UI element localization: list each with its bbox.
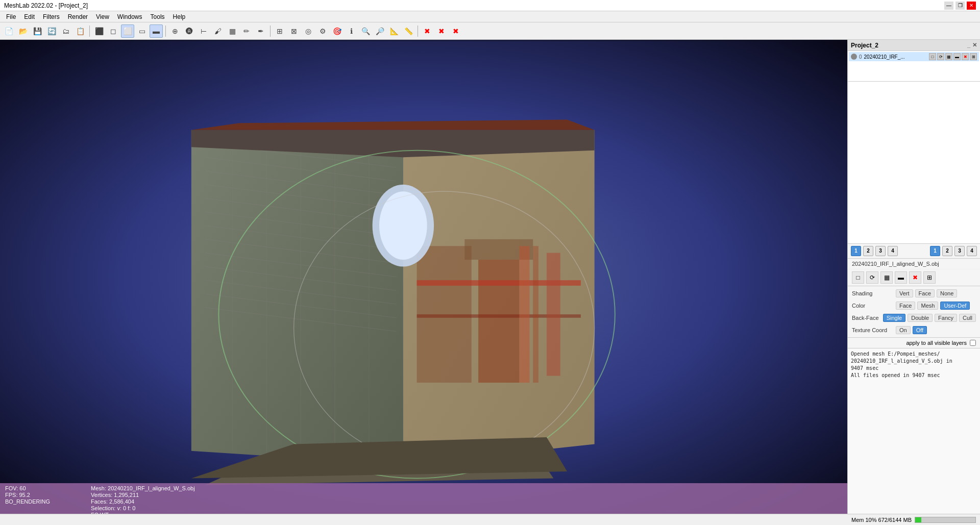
toolbar-new[interactable]: 📄 <box>2 24 15 38</box>
log-line-4: All files opened in 9407 msec <box>851 372 977 379</box>
toolbar-btn-b[interactable]: ⚙ <box>316 24 329 38</box>
panel-close-btn[interactable]: ✕ <box>972 42 977 48</box>
backface-single[interactable]: Single <box>883 314 906 322</box>
tab-3-btn[interactable]: 3 <box>875 246 886 256</box>
layer-item-0[interactable]: 0 20240210_IRF_... □ ⟳ ▦ ▬ ✖ ⊞ <box>849 52 979 61</box>
toolbar-pen[interactable]: ✏ <box>240 24 253 38</box>
toolbar-marker[interactable]: ✒ <box>254 24 267 38</box>
menu-filters[interactable]: Filters <box>39 12 64 21</box>
shading-vert[interactable]: Vert <box>896 289 913 297</box>
panel-min-btn[interactable]: _ <box>967 42 970 48</box>
menu-view[interactable]: View <box>92 12 113 21</box>
toolbar-del2[interactable]: ✖ <box>435 24 448 38</box>
log-area: Opened mesh E:/Pompei_meshes/ 20240210_I… <box>848 348 980 514</box>
icon-row: □ ⟳ ▦ ▬ ✖ ⊞ <box>848 269 980 286</box>
titlebar: MeshLab 2022.02 - [Project_2] — ❐ ✕ <box>0 0 980 11</box>
icon-btn-5[interactable]: ✖ <box>909 271 921 284</box>
tab-row1: 1 2 3 4 1 2 3 4 <box>848 244 980 259</box>
toolbar-sep3 <box>270 26 271 37</box>
svg-rect-27 <box>533 246 538 383</box>
backface-double[interactable]: Double <box>908 314 933 322</box>
layer-icon-btn6[interactable]: ⊞ <box>970 53 977 60</box>
icon-btn-6[interactable]: ⊞ <box>923 271 936 284</box>
shading-none[interactable]: None <box>937 289 957 297</box>
menu-edit[interactable]: Edit <box>20 12 39 21</box>
toolbar-reload[interactable]: 🔄 <box>45 24 58 38</box>
toolbar-del3[interactable]: ✖ <box>449 24 462 38</box>
toolbar-select1[interactable]: 🅐 <box>183 24 196 38</box>
tab2-4-btn[interactable]: 4 <box>967 246 977 256</box>
layer-icon-btn5[interactable]: ✖ <box>962 53 969 60</box>
layer-icon-btn4[interactable]: ▬ <box>953 53 961 60</box>
toolbar-select2[interactable]: ⊢ <box>197 24 210 38</box>
shading-face[interactable]: Face <box>915 289 935 297</box>
toolbar-view5[interactable]: ▬ <box>150 24 163 38</box>
toolbar-view1[interactable]: ⬛ <box>92 24 106 38</box>
fps-label: FPS: 95.2 <box>5 492 50 498</box>
toolbar-open[interactable]: 📂 <box>16 24 30 38</box>
shading-row: Shading Vert Face None <box>852 289 976 297</box>
backface-cull[interactable]: Cull <box>959 314 976 322</box>
menu-help[interactable]: Help <box>169 12 190 21</box>
texture-row: Texture Coord On Off <box>852 326 976 334</box>
color-face[interactable]: Face <box>896 302 915 310</box>
icon-btn-3[interactable]: ▦ <box>880 271 893 284</box>
restore-button[interactable]: ❐ <box>955 2 965 10</box>
toolbar-btn-a[interactable]: ◎ <box>302 24 315 38</box>
toolbar-view4[interactable]: ▭ <box>135 24 149 38</box>
toolbar-btn-c[interactable]: 🎯 <box>330 24 344 38</box>
backface-fancy[interactable]: Fancy <box>935 314 957 322</box>
toolbar-view2[interactable]: ◻ <box>107 24 120 38</box>
texture-off[interactable]: Off <box>913 326 927 334</box>
mesh-label: Mesh: 20240210_IRF_l_aligned_W_S.obj <box>91 485 195 491</box>
backface-row: Back-Face Single Double Fancy Cull <box>852 314 976 322</box>
icon-btn-2[interactable]: ⟳ <box>866 271 878 284</box>
toolbar-del1[interactable]: ✖ <box>421 24 434 38</box>
menu-tools[interactable]: Tools <box>146 12 169 21</box>
toolbar-rotate[interactable]: ⊕ <box>168 24 182 38</box>
toolbar-btn-d[interactable]: ℹ <box>345 24 358 38</box>
color-mesh[interactable]: Mesh <box>917 302 938 310</box>
minimize-button[interactable]: — <box>944 2 953 10</box>
apply-checkbox[interactable] <box>970 340 976 346</box>
tab-4-btn[interactable]: 4 <box>888 246 898 256</box>
texture-on[interactable]: On <box>896 326 911 334</box>
toolbar-sep2 <box>165 26 166 37</box>
color-userdef[interactable]: User-Def <box>940 302 970 310</box>
tab2-3-btn[interactable]: 3 <box>954 246 965 256</box>
tab2-2-btn[interactable]: 2 <box>942 246 952 256</box>
mem-fill <box>915 517 921 522</box>
viewport[interactable]: FOV: 60 FPS: 95.2 BO_RENDERING Mesh: 202… <box>0 40 847 514</box>
layer-icon-btn2[interactable]: ⟳ <box>937 53 944 60</box>
log-line-1: Opened mesh E:/Pompei_meshes/ <box>851 351 977 358</box>
icon-btn-1[interactable]: □ <box>852 271 864 284</box>
layer-icon-btn3[interactable]: ▦ <box>945 53 952 60</box>
toolbar-brush[interactable]: 🖌 <box>211 24 225 38</box>
toolbar-btn-e[interactable]: 🔍 <box>359 24 372 38</box>
texture-values: On Off <box>896 326 927 334</box>
tab-1-btn[interactable]: 1 <box>851 246 861 256</box>
toolbar-zoom2[interactable]: ⊠ <box>287 24 301 38</box>
toolbar-btn5[interactable]: 📋 <box>74 24 87 38</box>
layer-icon-btn1[interactable]: □ <box>929 53 936 60</box>
panel-titlebar: Project_2 _ ✕ <box>848 40 980 51</box>
shading-values: Vert Face None <box>896 289 957 297</box>
panel-empty <box>848 82 980 244</box>
app-title: MeshLab 2022.02 - [Project_2] <box>4 2 88 9</box>
toolbar-save[interactable]: 💾 <box>31 24 44 38</box>
toolbar-view3[interactable]: ⬜ <box>121 24 134 38</box>
toolbar-btn4[interactable]: 🗂 <box>59 24 72 38</box>
menu-windows[interactable]: Windows <box>113 12 146 21</box>
toolbar-btn-h[interactable]: 📏 <box>402 24 415 38</box>
tab2-1-btn[interactable]: 1 <box>930 246 940 256</box>
menu-file[interactable]: File <box>2 12 20 21</box>
toolbar-btn-g[interactable]: 📐 <box>387 24 401 38</box>
toolbar-select3[interactable]: ▦ <box>226 24 239 38</box>
icon-btn-4[interactable]: ▬ <box>895 271 907 284</box>
toolbar-btn-f[interactable]: 🔎 <box>373 24 386 38</box>
close-button[interactable]: ✕ <box>967 2 976 10</box>
panel-controls: _ ✕ <box>967 42 977 48</box>
menu-render[interactable]: Render <box>64 12 92 21</box>
toolbar-zoom1[interactable]: ⊞ <box>273 24 286 38</box>
tab-2-btn[interactable]: 2 <box>863 246 873 256</box>
